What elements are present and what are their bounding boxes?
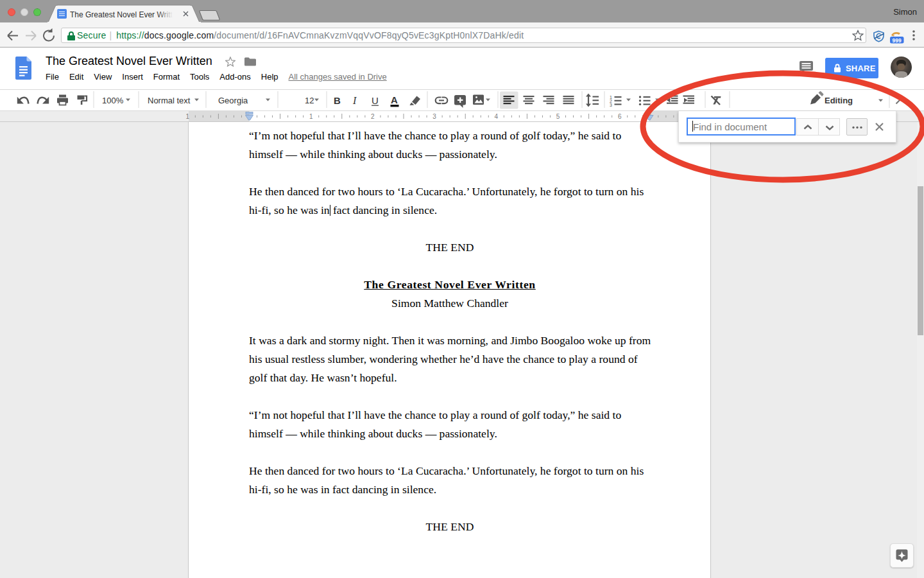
svg-text:999: 999 [893, 37, 902, 44]
